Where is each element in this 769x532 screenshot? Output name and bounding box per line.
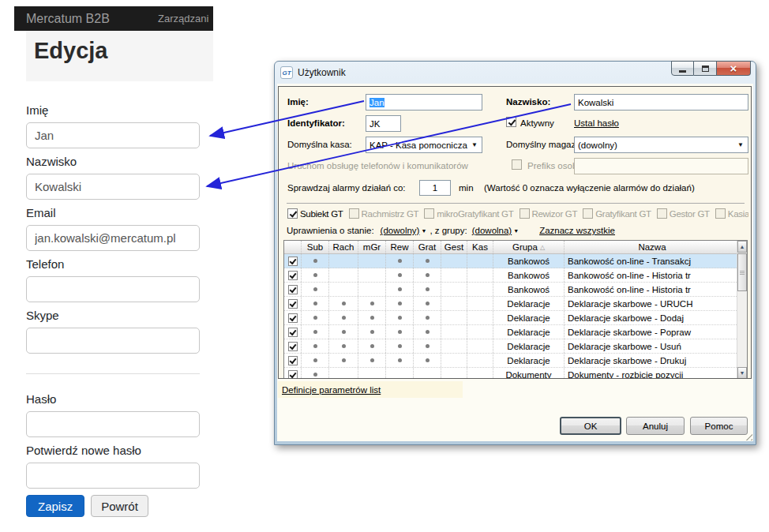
group-filter-link[interactable]: (dowolna) — [472, 226, 512, 235]
dialog-titlebar[interactable]: GT Użytkownik × — [277, 62, 753, 84]
maximize-button[interactable] — [694, 61, 717, 76]
table-row[interactable]: DeklaracjeDeklaracje skarbowe - Drukuj — [284, 354, 737, 368]
cell-mgr — [358, 311, 386, 324]
minimize-button[interactable] — [671, 61, 694, 76]
cell-rach — [329, 339, 358, 353]
row-checkbox[interactable] — [288, 328, 298, 337]
table-row[interactable]: DeklaracjeDeklaracje skarbowe - Popraw — [284, 325, 737, 339]
header-cell-gest[interactable]: Gest — [441, 241, 467, 253]
row-checkbox[interactable] — [288, 299, 298, 309]
identyfikator-input[interactable] — [366, 115, 401, 132]
imie-selected-text: Jan — [369, 98, 384, 107]
back-button[interactable]: Powrót — [91, 495, 148, 517]
field-input-skype[interactable] — [26, 328, 200, 354]
permission-dot — [426, 358, 430, 362]
uprawnienia-label: Uprawnienia o stanie: — [287, 226, 374, 235]
save-button[interactable]: Zapisz — [26, 495, 84, 517]
cell-grat — [414, 297, 441, 310]
table-header-row: SubRachmGrRewGratGestKasGrupa△Nazwa — [284, 241, 737, 254]
cell-sub — [302, 297, 329, 310]
header-cell-rach[interactable]: Rach — [329, 241, 358, 253]
row-checkbox[interactable] — [288, 356, 298, 365]
cell-checkbox — [284, 268, 302, 282]
form-group-telefon: Telefon — [26, 257, 200, 302]
cell-gest — [441, 268, 467, 282]
permission-dot — [342, 302, 346, 305]
cell-rew — [386, 268, 414, 282]
cell-gest — [441, 254, 467, 268]
cell-grat — [414, 283, 441, 296]
table-row[interactable]: BankowośBankowość on-line - Transakcj — [284, 254, 737, 268]
state-filter-link[interactable]: (dowolny) — [381, 226, 420, 235]
product-label: Rewizor GT — [532, 209, 578, 219]
permission-dot — [426, 316, 430, 320]
definicje-parametrow-link[interactable]: Definicje parametrów list — [282, 385, 381, 395]
field-input-email[interactable] — [26, 225, 200, 251]
domyslny-magazyn-select[interactable]: (dowolny) ▼ — [574, 137, 748, 153]
row-checkbox[interactable] — [288, 285, 298, 294]
permission-dot — [398, 316, 402, 320]
table-row[interactable]: DeklaracjeDeklaracje skarbowe - Dodaj — [284, 311, 737, 325]
scrollbar-thumb[interactable] — [737, 253, 747, 291]
dialog-main-panel: Imię: Jan Nazwisko: Identyfikator: Aktyw… — [278, 86, 752, 379]
scroll-up-button[interactable]: ▲ — [737, 241, 747, 253]
header-cell-grat[interactable]: Grat — [414, 241, 441, 253]
cell-gest — [441, 325, 467, 339]
row-checkbox[interactable] — [288, 257, 298, 266]
cell-grat — [414, 325, 441, 339]
maximize-icon — [702, 66, 709, 72]
checkbox-icon[interactable] — [287, 208, 298, 219]
cell-rew — [386, 368, 414, 379]
table-row[interactable]: DeklaracjeDeklaracje skarbowe - Usuń — [284, 339, 737, 354]
sort-asc-icon: △ — [540, 244, 545, 251]
header-cell-mgr[interactable]: mGr — [358, 241, 386, 253]
cell-nazwa: Bankowość on-line - Transakcj — [565, 254, 737, 268]
product-label: Gestor GT — [670, 209, 710, 219]
row-checkbox[interactable] — [288, 313, 298, 323]
row-checkbox[interactable] — [288, 370, 298, 380]
cell-rach — [329, 311, 358, 324]
row-checkbox[interactable] — [288, 271, 298, 280]
table-row[interactable]: BankowośBankowość on-line - Historia tr — [284, 283, 737, 297]
cell-gest — [441, 339, 467, 353]
header-cell-kas[interactable]: Kas — [467, 241, 493, 253]
chevron-down-icon: ▼ — [513, 228, 519, 234]
table-row[interactable]: DokumentyDokumenty - rozbicie pozycji — [284, 368, 737, 379]
navbar-brand[interactable]: Mercatum B2B — [26, 12, 110, 26]
window-controls: × — [671, 61, 751, 76]
dialog-buttons: OK Anuluj Pomoc — [277, 417, 753, 435]
checkbox-icon — [424, 208, 434, 219]
cell-gest — [441, 311, 467, 324]
help-button[interactable]: Pomoc — [690, 417, 748, 435]
alarmy-input[interactable] — [419, 180, 451, 196]
header-cell-sub[interactable]: Sub — [302, 241, 329, 253]
navbar-menu-item[interactable]: Zarządzani — [158, 13, 208, 24]
scroll-down-button[interactable]: ▼ — [737, 367, 747, 379]
header-cell-grupa[interactable]: Grupa△ — [493, 241, 565, 253]
ustal-haslo-link[interactable]: Ustal hasło — [574, 118, 619, 128]
cancel-button[interactable]: Anuluj — [626, 417, 685, 435]
permission-dot — [370, 344, 374, 348]
field-input-haslo[interactable] — [26, 411, 200, 437]
cell-gest — [441, 368, 467, 379]
aktywny-checkbox[interactable] — [506, 117, 516, 127]
header-cell-nazwa[interactable]: Nazwa — [565, 241, 737, 253]
row-checkbox[interactable] — [288, 342, 298, 351]
field-input-potwierdz-nowe-haslo[interactable] — [26, 463, 200, 489]
close-button[interactable]: × — [717, 61, 751, 76]
table-row[interactable]: BankowośBankowość on-line - Historia tr — [284, 268, 737, 283]
field-input-nazwisko[interactable] — [26, 174, 200, 200]
ok-button[interactable]: OK — [560, 417, 621, 435]
domyslna-kasa-label: Domyślna kasa: — [287, 140, 352, 149]
imie-input[interactable]: Jan — [366, 94, 482, 111]
table-row[interactable]: DeklaracjeDeklaracje skarbowe - URUCH — [284, 297, 737, 311]
header-cell-rew[interactable]: Rew — [386, 241, 414, 253]
vertical-scrollbar[interactable]: ▲ ▼ — [737, 241, 747, 379]
uruchom-checkbox — [512, 159, 522, 170]
product-subiekt-gt[interactable]: Subiekt GT — [287, 208, 343, 219]
nazwisko-input[interactable] — [574, 94, 748, 111]
field-input-imie[interactable] — [26, 122, 200, 148]
domyslna-kasa-select[interactable]: KAP - Kasa pomocnicza ▼ — [366, 137, 482, 153]
select-all-link[interactable]: Zaznacz wszystkie — [539, 226, 615, 235]
field-input-telefon[interactable] — [26, 276, 200, 302]
